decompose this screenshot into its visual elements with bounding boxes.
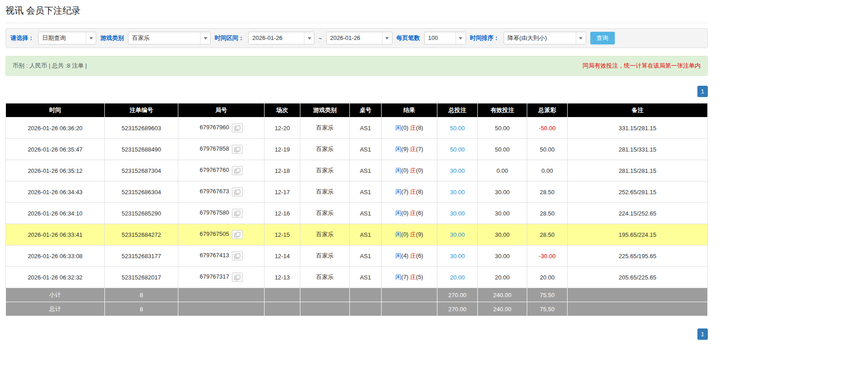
footer-label: 小计 <box>6 288 105 302</box>
roadmap-icon-button[interactable] <box>232 209 243 218</box>
cell-bet-id: 523152689603 <box>105 118 178 139</box>
sort-order-select[interactable]: 降幂(由大到小) <box>504 32 586 44</box>
cell-session: 12-15 <box>265 224 300 245</box>
header-time: 时间 <box>6 103 105 118</box>
pagination-bottom: 1 <box>5 328 708 340</box>
cell-result: 闲(7) 庄(5) <box>382 267 437 288</box>
footer-empty-cell <box>265 288 300 302</box>
total-bet-link[interactable]: 30.00 <box>450 189 465 196</box>
page-size-select[interactable]: 100 <box>424 32 466 44</box>
search-button[interactable]: 查询 <box>590 32 615 44</box>
cell-note: 205.65/225.65 <box>568 267 708 288</box>
cell-time: 2026-01-26 06:32:32 <box>6 267 105 288</box>
header-session: 场次 <box>265 103 300 118</box>
footer-valid-bet: 240.00 <box>478 302 527 316</box>
total-bet-link[interactable]: 30.00 <box>450 210 465 217</box>
cards-icon <box>234 125 240 131</box>
cell-session: 12-20 <box>265 118 300 139</box>
cell-session: 12-13 <box>265 267 300 288</box>
total-bet-link[interactable]: 50.00 <box>450 146 465 153</box>
header-result: 结果 <box>382 103 437 118</box>
table-row: 2026-01-26 06:33:08523152683177679767413… <box>6 245 708 267</box>
cell-time: 2026-01-26 06:35:12 <box>6 160 105 181</box>
footer-empty-cell <box>350 302 382 316</box>
date-to-value: 2026-01-26 <box>327 32 382 44</box>
result-player-score: (0) <box>401 231 408 238</box>
game-type-value: 百家乐 <box>128 32 200 44</box>
page-button-1[interactable]: 1 <box>697 86 708 97</box>
date-to-select[interactable]: 2026-01-26 <box>326 32 392 44</box>
cell-round-id: 679767580 <box>178 203 265 224</box>
cell-payout: 28.50 <box>527 203 568 224</box>
cell-payout: 28.50 <box>527 181 568 203</box>
table-row: 2026-01-26 06:35:47523152688490679767858… <box>6 139 708 160</box>
cell-session: 12-18 <box>265 160 300 181</box>
footer-total-bet: 270.00 <box>437 288 478 302</box>
subtotal-row: 小计8270.00240.0075.50 <box>6 288 708 302</box>
cell-total-bet: 20.00 <box>437 267 478 288</box>
header-total-bet: 总投注 <box>437 103 478 118</box>
roadmap-icon-button[interactable] <box>232 251 243 260</box>
round-id: 679767960 <box>200 124 229 131</box>
table-body: 2026-01-26 06:36:20523152689603679767960… <box>6 118 708 316</box>
roadmap-icon-button[interactable] <box>232 166 243 175</box>
cell-table-no: AS1 <box>350 118 382 139</box>
roadmap-icon-button[interactable] <box>232 123 243 132</box>
total-bet-link[interactable]: 30.00 <box>450 231 465 238</box>
cell-total-bet: 30.00 <box>437 203 478 224</box>
result-player-score: (4) <box>401 252 408 259</box>
footer-valid-bet: 240.00 <box>478 288 527 302</box>
roadmap-icon-button[interactable] <box>232 145 243 154</box>
chevron-down-icon <box>86 32 96 44</box>
result-banker-label: 庄 <box>410 210 416 216</box>
roadmap-icon-button[interactable] <box>232 273 243 282</box>
chevron-down-icon <box>382 32 392 44</box>
main-container: 视讯 会员下注纪录 请选择： 日期查询 游戏类别 百家乐 时间区间： 2026-… <box>5 0 708 340</box>
cell-valid-bet: 20.00 <box>478 267 527 288</box>
cell-session: 12-16 <box>265 203 300 224</box>
result-player-label: 闲 <box>395 167 401 174</box>
cell-round-id: 679767673 <box>178 181 265 203</box>
total-bet-link[interactable]: 20.00 <box>450 274 465 281</box>
cell-result: 闲(0) 庄(0) <box>382 160 437 181</box>
cell-round-id: 679767960 <box>178 118 265 139</box>
cell-game-type: 百家乐 <box>300 160 350 181</box>
cards-icon <box>234 274 240 280</box>
round-id: 679767317 <box>200 273 229 280</box>
footer-label: 总计 <box>6 302 105 316</box>
game-type-select[interactable]: 百家乐 <box>128 32 211 44</box>
round-id: 679767505 <box>200 230 229 237</box>
cell-valid-bet: 30.00 <box>478 224 527 245</box>
cell-table-no: AS1 <box>350 267 382 288</box>
table-row: 2026-01-26 06:33:41523152684272679767505… <box>6 224 708 245</box>
cell-table-no: AS1 <box>350 245 382 267</box>
header-bet-id: 注单编号 <box>105 103 178 118</box>
total-bet-link[interactable]: 50.00 <box>450 125 465 132</box>
round-id: 679767858 <box>200 145 229 152</box>
round-id: 679767580 <box>200 209 229 216</box>
footer-payout: 75.50 <box>527 302 568 316</box>
cell-time: 2026-01-26 06:35:47 <box>6 139 105 160</box>
result-player-score: (7) <box>401 188 408 195</box>
total-bet-link[interactable]: 30.00 <box>450 253 465 260</box>
date-mode-select[interactable]: 日期查询 <box>38 32 96 44</box>
result-banker-label: 庄 <box>410 167 416 174</box>
result-player-label: 闲 <box>395 124 401 131</box>
roadmap-icon-button[interactable] <box>232 187 243 196</box>
date-from-select[interactable]: 2026-01-26 <box>248 32 314 44</box>
total-bet-link[interactable]: 30.00 <box>450 167 465 174</box>
footer-empty-cell <box>382 288 437 302</box>
round-id: 679767760 <box>200 167 229 173</box>
result-banker-label: 庄 <box>410 231 416 238</box>
sort-order-label: 时间排序： <box>470 34 500 42</box>
round-id: 679767673 <box>200 188 229 195</box>
roadmap-icon-button[interactable] <box>232 230 243 239</box>
result-player-label: 闲 <box>395 252 401 259</box>
cards-icon <box>234 211 240 216</box>
total-row: 总计8270.00240.0075.50 <box>6 302 708 316</box>
result-banker-score: (9) <box>416 231 423 238</box>
summary-bar: 币别 : 人民币 | 总共 :8 注单 | 同局有效投注，统一计算在该局第一张注… <box>5 56 708 76</box>
table-header-row: 时间 注单编号 局号 场次 游戏类别 桌号 结果 总投注 有效投注 总派彩 备注 <box>6 103 708 118</box>
page-button-1[interactable]: 1 <box>697 328 708 340</box>
result-banker-score: (8) <box>416 124 423 131</box>
